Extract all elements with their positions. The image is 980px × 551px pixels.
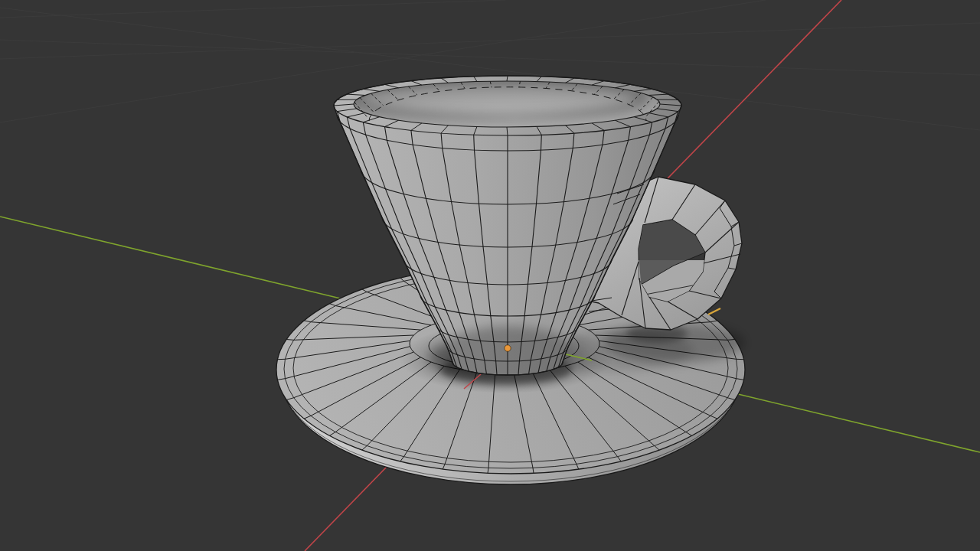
viewport-canvas[interactable] — [0, 0, 980, 551]
object-origin-dot[interactable] — [505, 345, 511, 351]
3d-viewport[interactable] — [0, 0, 980, 551]
